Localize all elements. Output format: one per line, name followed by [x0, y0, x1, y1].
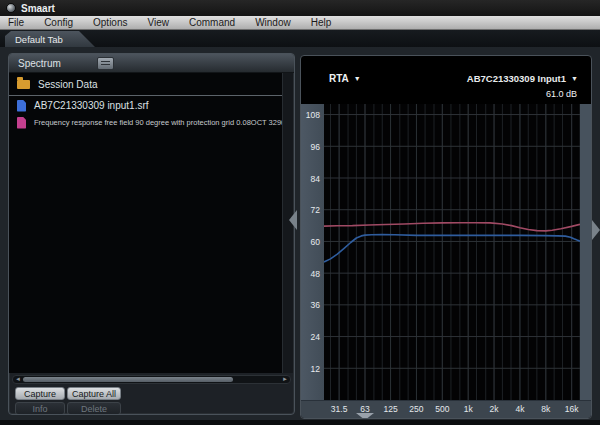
menu-bar: FileConfigOptionsViewCommandWindowHelp [0, 16, 600, 30]
spectrum-panel-header: Spectrum [9, 54, 294, 73]
list-item-label: AB7C21330309 input1.srf [34, 100, 149, 111]
x-tick-label: 16k [558, 404, 586, 414]
input-label: AB7C21330309 Input1 [467, 73, 566, 84]
y-tick-label: 60 [302, 237, 320, 247]
plot-area[interactable] [324, 104, 580, 400]
collapse-right-handle-icon[interactable] [592, 220, 600, 240]
scrollbar-thumb[interactable] [23, 377, 233, 382]
live-input-trace [324, 235, 580, 262]
x-tick-label: 4k [506, 404, 534, 414]
y-tick-label: 96 [302, 142, 320, 152]
title-bar: Smaart [0, 0, 600, 16]
tab-bar: Default Tab [0, 30, 600, 47]
list-item-session-data[interactable]: Session Data [9, 73, 283, 96]
horizontal-scrollbar[interactable]: ◄ ► [12, 375, 291, 384]
menu-item-view[interactable]: View [138, 17, 180, 28]
cursor-marker-icon[interactable] [356, 413, 374, 419]
y-axis: 1089684726048362412 [301, 104, 324, 400]
scroll-right-icon[interactable]: ► [282, 376, 288, 383]
capture-all-button[interactable]: Capture All [67, 387, 121, 400]
x-tick-label: 1k [454, 404, 482, 414]
chevron-down-icon: ▼ [354, 75, 361, 82]
delete-button[interactable]: Delete [67, 402, 121, 415]
x-tick-label: 500 [428, 404, 456, 414]
list-item-label: Frequency response free field 90 degree … [34, 118, 283, 127]
folder-icon [17, 80, 30, 89]
list-item-capture-file[interactable]: AB7C21330309 input1.srf [9, 96, 283, 115]
menu-item-config[interactable]: Config [34, 17, 83, 28]
capture-button[interactable]: Capture [15, 387, 65, 400]
menu-item-help[interactable]: Help [301, 17, 342, 28]
y-tick-label: 48 [302, 269, 320, 279]
menu-item-options[interactable]: Options [83, 17, 137, 28]
file-icon [17, 100, 26, 112]
x-tick-label: 2k [480, 404, 508, 414]
panel-menu-icon[interactable] [97, 57, 114, 70]
menu-item-file[interactable]: File [0, 17, 34, 28]
y-tick-label: 24 [302, 332, 320, 342]
spectrum-panel: Spectrum Session DataAB7C21330309 input1… [8, 53, 295, 415]
window-bottom-edge [0, 420, 600, 425]
list-item-frequency-response-file[interactable]: Frequency response free field 90 degree … [9, 115, 283, 130]
right-axis-strip [580, 104, 591, 400]
x-axis: 31.5631252505001k2k4k8k16k [301, 400, 591, 418]
session-list: Session DataAB7C21330309 input1.srfFrequ… [9, 73, 283, 373]
file-icon [17, 117, 26, 129]
rta-plot-svg [324, 104, 580, 400]
tab-default[interactable]: Default Tab [5, 31, 95, 47]
chevron-down-icon: ▼ [571, 75, 578, 82]
mode-selector[interactable]: RTA▼ [329, 73, 361, 84]
rta-chart-panel: RTA▼ AB7C21330309 Input1▼ 61.0 dB 108968… [300, 55, 592, 419]
x-tick-label: 8k [532, 404, 560, 414]
window-title: Smaart [21, 3, 55, 14]
db-readout: 61.0 dB [546, 89, 577, 99]
mode-label: RTA [329, 73, 349, 84]
smaart-window: Smaart FileConfigOptionsViewCommandWindo… [0, 0, 600, 425]
menu-item-command[interactable]: Command [179, 17, 245, 28]
captured-frequency-response-trace [324, 223, 580, 231]
x-tick-label: 31.5 [325, 404, 353, 414]
y-tick-label: 84 [302, 174, 320, 184]
x-tick-label: 125 [377, 404, 405, 414]
y-tick-label: 108 [302, 110, 320, 120]
scroll-left-icon[interactable]: ◄ [15, 376, 21, 383]
smaart-logo-icon [6, 3, 16, 13]
collapse-left-handle-icon[interactable] [289, 210, 297, 230]
menu-item-window[interactable]: Window [245, 17, 301, 28]
spectrum-panel-title: Spectrum [18, 58, 61, 69]
list-item-label: Session Data [38, 79, 97, 90]
info-button[interactable]: Info [15, 402, 65, 415]
y-tick-label: 36 [302, 300, 320, 310]
input-selector[interactable]: AB7C21330309 Input1▼ [467, 73, 578, 84]
y-tick-label: 12 [302, 364, 320, 374]
y-tick-label: 72 [302, 205, 320, 215]
x-tick-label: 250 [402, 404, 430, 414]
